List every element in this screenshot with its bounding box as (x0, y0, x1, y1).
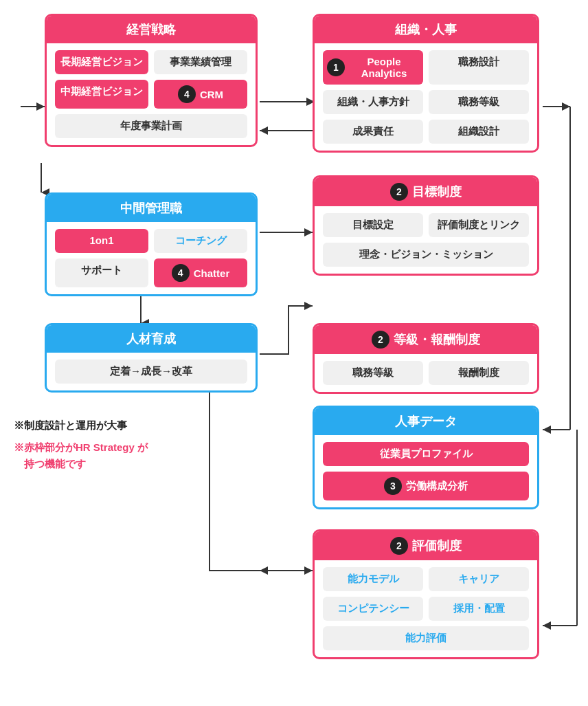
hoshu-seido: 報酬制度 (429, 361, 529, 385)
shokumu-sekkei: 職務設計 (429, 50, 529, 85)
keiei-item-1: 長期経営ビジョン (55, 50, 148, 74)
employee-profile: 従業員プロファイル (323, 442, 529, 466)
mokuhyo-box: 2 目標制度 目標設定 評価制度とリンク 理念・ビジョン・ミッション (313, 175, 539, 276)
shokumu-tokyuu: 職務等級 (429, 90, 529, 114)
mokuhyo-settei: 目標設定 (323, 213, 423, 237)
jinzai-header: 人材育成 (47, 325, 256, 353)
soshiki-header: 組織・人事 (315, 16, 537, 43)
support-item: サポート (55, 258, 148, 287)
hyoka-badge: 2 (390, 537, 408, 555)
keiei-item-5: 年度事業計画 (55, 114, 247, 138)
seika-sekinin: 成果責任 (323, 120, 423, 144)
soshiki-hoshin: 組織・人事方針 (323, 90, 423, 114)
keiei-item-3: 中期経営ビジョン (55, 80, 148, 109)
1on1-item: 1on1 (55, 229, 148, 253)
rinen: 理念・ビジョン・ミッション (323, 243, 529, 267)
hyoka-header: 2 評価制度 (315, 531, 537, 560)
mokuhyo-badge: 2 (390, 183, 408, 201)
crm-badge: 4 (178, 85, 196, 103)
rodo-badge: 3 (384, 477, 402, 495)
soshiki-sekkei: 組織設計 (429, 120, 529, 144)
chatter-item: 4 Chatter (154, 258, 247, 287)
people-analytics-item: 1 People Analytics (323, 50, 423, 85)
pa-badge: 1 (327, 58, 345, 76)
tokyuu-box: 2 等級・報酬制度 職務等級 報酬制度 (313, 323, 539, 394)
jinzai-box: 人材育成 定着→成長→改革 (45, 323, 258, 393)
keiei-item-2: 事業業績管理 (154, 50, 247, 74)
coaching-item: コーチング (154, 229, 247, 253)
notes-area: ※制度設計と運用が大事 ※赤枠部分がHR Strategy が 持つ機能です (14, 419, 148, 472)
tokyuu-badge: 2 (372, 331, 389, 349)
hyoka-box: 2 評価制度 能力モデル キャリア コンピテンシー 採用・配置 能力評価 (313, 529, 539, 659)
chukan-box: 中間管理職 1on1 コーチング サポート 4 Chatter (45, 192, 258, 296)
chatter-badge: 4 (172, 264, 190, 282)
career: キャリア (429, 567, 529, 591)
chukan-header: 中間管理職 (47, 195, 256, 222)
jinjidata-header: 人事データ (315, 408, 537, 435)
keiei-box: 経営戦略 長期経営ビジョン 事業業績管理 中期経営ビジョン 4 CRM 年度事業… (45, 14, 258, 147)
keiei-item-crm: 4 CRM (154, 80, 247, 109)
jinjidata-box: 人事データ 従業員プロファイル 3 労働構成分析 (313, 406, 539, 509)
competency: コンピテンシー (323, 597, 423, 621)
teichaku: 定着→成長→改革 (55, 360, 247, 384)
keiei-header: 経営戦略 (47, 16, 256, 43)
soshiki-box: 組織・人事 1 People Analytics 職務設計 組織・人事方針 職務… (313, 14, 539, 153)
noryoku-model: 能力モデル (323, 567, 423, 591)
mokuhyo-header: 2 目標制度 (315, 177, 537, 206)
noryoku-hyoka: 能力評価 (323, 626, 529, 650)
note-pink: ※赤枠部分がHR Strategy が 持つ機能です (14, 439, 148, 472)
note-black: ※制度設計と運用が大事 (14, 419, 148, 432)
tokyuu-header: 2 等級・報酬制度 (315, 325, 537, 354)
shokumu-tokyuu-2: 職務等級 (323, 361, 423, 385)
saiyou-haichi: 採用・配置 (429, 597, 529, 621)
hyoka-link: 評価制度とリンク (429, 213, 529, 237)
rodo-item: 3 労働構成分析 (323, 472, 529, 500)
